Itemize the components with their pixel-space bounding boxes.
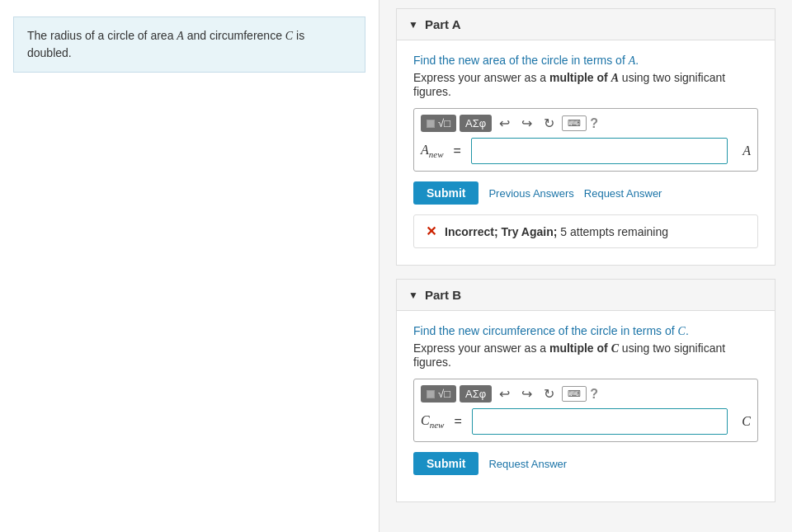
part-a-feedback-text: Incorrect; Try Again; 5 attempts remaini… (445, 225, 668, 238)
error-icon-a: ✕ (426, 224, 436, 239)
part-a-body: Find the new area of the circle in terms… (397, 40, 775, 265)
sqrt-button-a[interactable]: √□ (421, 115, 456, 132)
sqrt-button-b[interactable]: √□ (421, 385, 456, 403)
problem-statement: The radius of a circle of area A and cir… (13, 16, 365, 73)
part-b-action-row: Submit Request Answer (413, 452, 758, 475)
part-a-title: Part A (425, 17, 461, 31)
part-b-label: Cnew (421, 413, 444, 430)
refresh-button-a[interactable]: ↻ (540, 114, 559, 133)
part-a-equals: = (454, 144, 461, 158)
part-b-section: ▼ Part B Find the new circumference of t… (396, 279, 776, 502)
part-b-input[interactable] (472, 408, 728, 435)
part-a-input[interactable] (471, 138, 728, 164)
part-b-body: Find the new circumference of the circle… (397, 311, 775, 501)
part-b-toolbar: √□ ΑΣφ ↩ ↪ ↻ ⌨ ? (421, 384, 751, 403)
keyboard-button-b[interactable]: ⌨ (562, 386, 587, 402)
part-b-chevron-icon: ▼ (408, 290, 418, 301)
var-C: C (285, 30, 293, 42)
part-a-chevron-icon: ▼ (408, 19, 418, 31)
feedback-bold-a: Incorrect; Try Again; (445, 225, 560, 238)
part-a-instruction1: Find the new area of the circle in terms… (413, 54, 758, 68)
part-a-toolbar: √□ ΑΣφ ↩ ↪ ↻ ⌨ ? (421, 114, 751, 133)
part-b-input-row: Cnew = C (421, 408, 751, 435)
part-a-label: Anew (421, 143, 444, 159)
part-a-action-row: Submit Previous Answers Request Answer (413, 181, 758, 205)
part-a-submit-button[interactable]: Submit (413, 181, 478, 205)
help-button-a[interactable]: ? (590, 116, 598, 131)
right-panel: ▼ Part A Find the new area of the circle… (380, 0, 792, 532)
part-b-submit-button[interactable]: Submit (413, 452, 478, 475)
part-b-title: Part B (425, 288, 461, 302)
part-b-header[interactable]: ▼ Part B (397, 280, 775, 311)
square-icon-a (427, 120, 435, 128)
part-b-instruction2: Express your answer as a multiple of C u… (413, 341, 758, 369)
part-a-math-container: √□ ΑΣφ ↩ ↪ ↻ ⌨ ? Anew = (413, 108, 758, 172)
redo-button-b[interactable]: ↪ (517, 384, 536, 403)
part-b-request-answer-link[interactable]: Request Answer (488, 458, 567, 470)
part-a-previous-answers-link[interactable]: Previous Answers (488, 187, 573, 200)
undo-button-a[interactable]: ↩ (495, 114, 514, 133)
part-a-section: ▼ Part A Find the new area of the circle… (396, 8, 776, 266)
part-a-instruction2: Express your answer as a multiple of A u… (413, 71, 758, 98)
part-a-header[interactable]: ▼ Part A (397, 9, 775, 40)
left-panel: The radius of a circle of area A and cir… (0, 0, 380, 532)
feedback-normal-a: 5 attempts remaining (560, 225, 668, 238)
part-a-feedback: ✕ Incorrect; Try Again; 5 attempts remai… (413, 214, 758, 248)
greek-button-b[interactable]: ΑΣφ (460, 385, 492, 403)
problem-text-2: and circumference (184, 29, 285, 42)
part-b-instruction1: Find the new circumference of the circle… (413, 324, 758, 338)
part-b-unit: C (734, 414, 751, 429)
help-button-b[interactable]: ? (590, 387, 598, 402)
square-icon-b (427, 390, 435, 398)
var-A: A (177, 30, 184, 42)
part-b-equals: = (454, 414, 461, 429)
part-a-request-answer-link[interactable]: Request Answer (584, 187, 662, 200)
keyboard-button-a[interactable]: ⌨ (562, 115, 587, 131)
refresh-button-b[interactable]: ↻ (540, 384, 559, 403)
part-a-unit: A (734, 144, 751, 158)
problem-text-1: The radius of a circle of area (27, 29, 177, 42)
redo-button-a[interactable]: ↪ (517, 114, 536, 133)
part-a-input-row: Anew = A (421, 138, 751, 164)
undo-button-b[interactable]: ↩ (495, 384, 514, 403)
part-b-math-container: √□ ΑΣφ ↩ ↪ ↻ ⌨ ? Cnew = (413, 379, 758, 442)
greek-button-a[interactable]: ΑΣφ (460, 115, 492, 132)
